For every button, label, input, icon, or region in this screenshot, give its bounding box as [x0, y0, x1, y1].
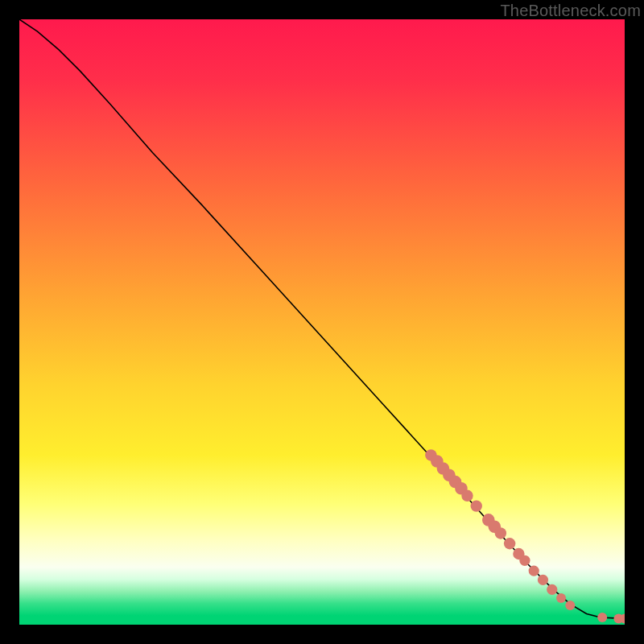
scatter-point	[519, 555, 530, 566]
gradient-plot	[19, 19, 625, 625]
plot-area	[19, 19, 625, 625]
scatter-point	[471, 500, 482, 511]
scatter-point	[556, 593, 566, 603]
scatter-point	[529, 565, 539, 576]
chart-canvas: TheBottleneck.com	[0, 0, 644, 644]
scatter-point	[504, 538, 515, 549]
attribution-text: TheBottleneck.com	[500, 2, 641, 20]
scatter-point	[565, 601, 575, 610]
scatter-point	[538, 575, 548, 585]
scatter-point	[547, 584, 557, 595]
gradient-background	[19, 19, 625, 625]
scatter-point	[495, 527, 506, 539]
scatter-point	[461, 490, 473, 502]
scatter-point	[597, 613, 607, 622]
